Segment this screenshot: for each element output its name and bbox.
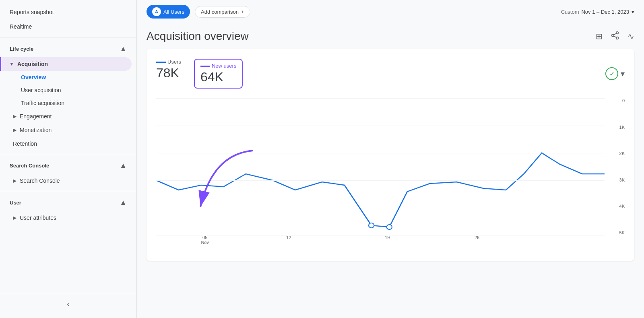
sidebar-item-retention-label: Retention <box>13 140 37 147</box>
page-title: Acquisition overview <box>147 30 249 43</box>
grid-line-1k <box>156 208 605 208</box>
sidebar-item-acquisition[interactable]: ▼ Acquisition <box>0 57 132 71</box>
x-label-nov5: 05Nov <box>201 235 209 245</box>
y-label-2k: 2K <box>609 151 625 156</box>
sidebar-section-user-label: User <box>10 200 21 206</box>
line-chart-svg <box>156 98 605 235</box>
sidebar-divider-3 <box>0 191 136 191</box>
searchconsole-expand-arrow: ▶ <box>13 178 17 184</box>
sidebar-subitem-user-acquisition[interactable]: User acquisition <box>0 84 132 97</box>
sidebar-item-monetization[interactable]: ▶ Monetization <box>0 123 132 137</box>
sidebar-item-retention[interactable]: Retention <box>0 137 132 151</box>
chart-circle-2 <box>387 225 392 229</box>
add-comparison-label: Add comparison <box>201 9 239 15</box>
chart-card: Users 78K New users 64K ✓ ▾ 5K 4K 3K <box>147 49 634 261</box>
all-users-label: All Users <box>163 9 184 15</box>
y-label-1k: 1K <box>609 125 625 130</box>
metric-users[interactable]: Users 78K <box>156 59 181 81</box>
sparkline-icon[interactable]: ∿ <box>627 31 634 41</box>
sidebar-item-searchconsole-label: Search Console <box>20 178 60 184</box>
metric-selector-chevron-icon[interactable]: ▾ <box>621 69 625 78</box>
sidebar-section-searchconsole[interactable]: Search Console ▲ <box>0 157 136 174</box>
x-label-12: 12 <box>286 235 291 240</box>
sidebar-subitem-overview[interactable]: Overview <box>0 71 132 84</box>
chart-container: 5K 4K 3K 2K 1K 0 <box>156 98 625 251</box>
metric-selector-check-icon[interactable]: ✓ <box>605 67 618 80</box>
user-attributes-expand-arrow: ▶ <box>13 215 17 221</box>
top-bar: A All Users Add comparison + Custom Nov … <box>137 0 644 23</box>
sidebar-section-searchconsole-chevron: ▲ <box>120 161 127 170</box>
grid-line-3k <box>156 153 605 153</box>
sidebar-section-user-chevron: ▲ <box>120 198 127 207</box>
sidebar-section-lifecycle[interactable]: Life cycle ▲ <box>0 41 136 57</box>
metric-new-users-label: New users <box>200 63 236 69</box>
metric-new-users-value: 64K <box>200 70 236 85</box>
all-users-avatar: A <box>152 7 161 16</box>
sidebar-section-user[interactable]: User ▲ <box>0 194 136 211</box>
page-title-container: Acquisition overview ⊞ ∿ <box>147 30 634 43</box>
sidebar-section-lifecycle-chevron: ▲ <box>120 45 127 53</box>
sidebar-section-searchconsole-label: Search Console <box>10 163 49 169</box>
add-comparison-button[interactable]: Add comparison + <box>195 6 250 18</box>
sidebar: Reports snapshot Realtime Life cycle ▲ ▼… <box>0 0 137 318</box>
y-label-3k: 3K <box>609 178 625 182</box>
metric-selector: ✓ ▾ <box>605 67 625 80</box>
sidebar-item-monetization-label: Monetization <box>20 127 52 133</box>
sidebar-item-realtime[interactable]: Realtime <box>0 19 136 34</box>
grid-line-5k <box>156 98 605 99</box>
date-range-selector[interactable]: Custom Nov 1 – Dec 1, 2023 ▾ <box>561 9 634 15</box>
date-custom-label: Custom <box>561 9 579 15</box>
report-icon[interactable]: ⊞ <box>596 31 603 41</box>
metrics-row: Users 78K New users 64K ✓ ▾ <box>156 59 625 89</box>
sidebar-section-lifecycle-label: Life cycle <box>10 46 33 52</box>
sidebar-collapse-button[interactable]: ‹ <box>0 294 136 313</box>
sidebar-item-reports-snapshot[interactable]: Reports snapshot <box>0 5 136 19</box>
chart-x-labels: 05Nov 12 19 26 <box>156 235 605 251</box>
chart-circle-1 <box>369 223 374 228</box>
sidebar-divider-1 <box>0 37 136 37</box>
top-bar-left: A All Users Add comparison + <box>147 5 250 19</box>
date-range-text: Nov 1 – Dec 1, 2023 <box>581 9 629 15</box>
sidebar-item-user-attributes[interactable]: ▶ User attributes <box>0 211 132 225</box>
date-range-chevron-icon: ▾ <box>632 9 634 15</box>
grid-line-2k <box>156 180 605 181</box>
sidebar-item-searchconsole[interactable]: ▶ Search Console <box>0 174 132 188</box>
chart-area <box>156 98 605 235</box>
x-label-26: 26 <box>475 235 479 240</box>
engagement-expand-arrow: ▶ <box>13 114 17 119</box>
metric-users-label: Users <box>156 59 181 65</box>
grid-line-4k <box>156 126 605 126</box>
acquisition-expand-arrow: ▼ <box>9 61 14 67</box>
add-icon: + <box>241 9 244 15</box>
share-icon[interactable] <box>611 31 619 42</box>
sidebar-subitem-traffic-acquisition[interactable]: Traffic acquisition <box>0 97 132 109</box>
svg-line-4 <box>614 33 616 35</box>
content-area: Acquisition overview ⊞ ∿ Users 78K <box>137 23 644 318</box>
chart-y-labels: 5K 4K 3K 2K 1K 0 <box>609 98 625 235</box>
all-users-button[interactable]: A All Users <box>147 5 190 19</box>
sidebar-item-user-attributes-label: User attributes <box>20 215 56 221</box>
chart-line <box>156 153 605 227</box>
y-label-4k: 4K <box>609 204 625 209</box>
sidebar-item-acquisition-label: Acquisition <box>17 61 48 67</box>
svg-line-3 <box>614 36 616 37</box>
monetization-expand-arrow: ▶ <box>13 127 17 133</box>
y-label-0: 0 <box>609 98 625 103</box>
sidebar-divider-2 <box>0 154 136 154</box>
metric-new-users[interactable]: New users 64K <box>194 59 243 89</box>
sidebar-item-engagement-label: Engagement <box>20 113 52 120</box>
sidebar-item-engagement[interactable]: ▶ Engagement <box>0 109 132 123</box>
y-label-5k: 5K <box>609 230 625 235</box>
x-label-19: 19 <box>385 235 390 240</box>
main-content: A All Users Add comparison + Custom Nov … <box>137 0 644 318</box>
metric-users-value: 78K <box>156 66 181 81</box>
page-title-icons: ⊞ ∿ <box>596 31 634 42</box>
